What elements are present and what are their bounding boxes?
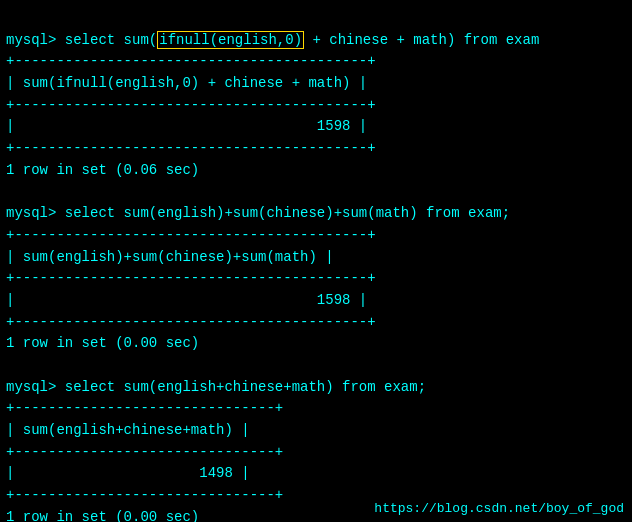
query2-rowcount: 1 row in set (0.00 sec) (6, 335, 199, 351)
query1-code-after: + chinese + math) from exam (304, 32, 539, 48)
query3-sep1: +-------------------------------+ (6, 400, 283, 416)
query2-sep3: +---------------------------------------… (6, 314, 376, 330)
query1-rowcount: 1 row in set (0.06 sec) (6, 162, 199, 178)
query2-code: select sum(english)+sum(chinese)+sum(mat… (65, 205, 510, 221)
query2-header: | sum(english)+sum(chinese)+sum(math) | (6, 249, 334, 265)
query1-header: | sum(ifnull(english,0) + chinese + math… (6, 75, 367, 91)
query2-sep1: +---------------------------------------… (6, 227, 376, 243)
query3-sep2: +-------------------------------+ (6, 444, 283, 460)
query1-code-before: select sum( (65, 32, 157, 48)
query1-highlight: ifnull(english,0) (157, 31, 304, 49)
prompt-3: mysql> (6, 379, 65, 395)
terminal-output: mysql> select sum(ifnull(english,0) + ch… (6, 8, 626, 522)
query3-header: | sum(english+chinese+math) | (6, 422, 250, 438)
query3-sep3: +-------------------------------+ (6, 487, 283, 503)
query2-sep2: +---------------------------------------… (6, 270, 376, 286)
query2-result: | 1598 | (6, 292, 367, 308)
query3-result: | 1498 | (6, 465, 250, 481)
prompt-2: mysql> (6, 205, 65, 221)
query1-sep3: +---------------------------------------… (6, 140, 376, 156)
query1-result: | 1598 | (6, 118, 367, 134)
prompt-1: mysql> (6, 32, 65, 48)
query3-code: select sum(english+chinese+math) from ex… (65, 379, 426, 395)
query1-sep1: +---------------------------------------… (6, 53, 376, 69)
query1-sep2: +---------------------------------------… (6, 97, 376, 113)
query3-rowcount: 1 row in set (0.00 sec) (6, 509, 199, 522)
footer-link: https://blog.csdn.net/boy_of_god (374, 501, 624, 516)
